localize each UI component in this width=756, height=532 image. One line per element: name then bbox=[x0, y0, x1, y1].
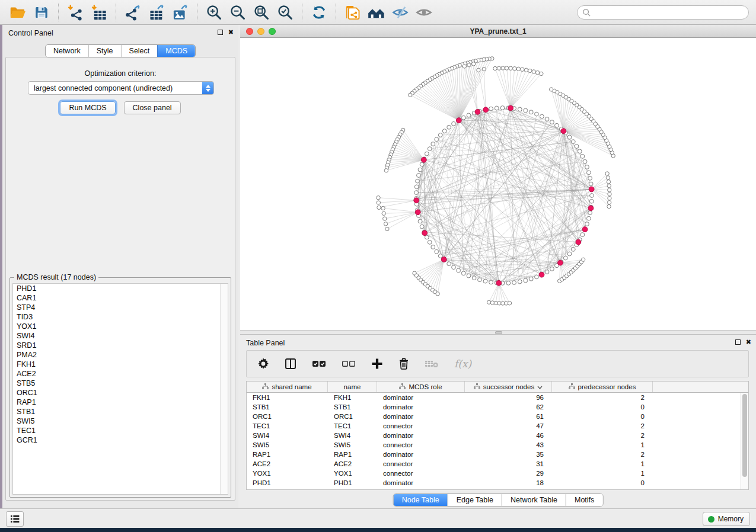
show-all-icon[interactable] bbox=[414, 3, 434, 22]
show-column-icon[interactable] bbox=[285, 358, 296, 370]
run-mcds-button[interactable]: Run MCDS bbox=[60, 101, 115, 114]
import-table-icon[interactable] bbox=[89, 3, 109, 22]
column-header-predecessor-nodes[interactable]: predecessor nodes bbox=[552, 382, 653, 392]
column-header-MCDS-role[interactable]: MCDS role bbox=[377, 382, 465, 392]
memory-button[interactable]: Memory bbox=[703, 512, 750, 526]
mcds-list-item[interactable]: SWI4 bbox=[13, 331, 228, 341]
tab-mcds[interactable]: MCDS bbox=[157, 45, 195, 57]
table-cell: ACE2 bbox=[247, 459, 328, 469]
mcds-list-item[interactable]: PMA2 bbox=[13, 350, 228, 360]
import-network-icon[interactable] bbox=[65, 3, 85, 22]
table-row[interactable]: FKH1FKH1dominator962 bbox=[247, 393, 748, 402]
network-view-window: YPA_prune.txt_1 bbox=[240, 25, 756, 330]
column-type-icon bbox=[474, 383, 480, 390]
tab-edge-table[interactable]: Edge Table bbox=[448, 494, 502, 506]
tab-network[interactable]: Network bbox=[46, 45, 88, 57]
column-header-successor-nodes[interactable]: successor nodes bbox=[465, 382, 552, 392]
float-panel-icon[interactable] bbox=[218, 30, 223, 35]
deselect-all-icon[interactable] bbox=[342, 359, 356, 368]
mcds-list-item[interactable]: GCR1 bbox=[13, 435, 228, 445]
table-cell: STB1 bbox=[247, 402, 328, 412]
mcds-list-item[interactable]: CAR1 bbox=[13, 293, 228, 303]
table-row[interactable]: STB1STB1dominator620 bbox=[247, 402, 748, 412]
close-panel-button[interactable]: Close panel bbox=[124, 101, 181, 114]
network-canvas[interactable] bbox=[240, 38, 756, 330]
column-type-icon bbox=[262, 383, 269, 390]
tab-style[interactable]: Style bbox=[88, 45, 121, 57]
optimization-criterion-dropdown[interactable]: largest connected component (undirected) bbox=[28, 81, 214, 95]
panel-divider[interactable] bbox=[240, 330, 756, 335]
list-scrollbar[interactable] bbox=[220, 284, 228, 494]
mcds-list-item[interactable]: STB5 bbox=[13, 379, 228, 388]
search-input[interactable] bbox=[577, 5, 749, 20]
select-all-icon[interactable] bbox=[312, 359, 326, 368]
export-image-icon[interactable] bbox=[170, 3, 190, 22]
column-header-shared-name[interactable]: shared name bbox=[247, 382, 328, 392]
open-session-icon[interactable] bbox=[8, 3, 28, 22]
tab-motifs[interactable]: Motifs bbox=[566, 494, 602, 506]
network-window-titlebar[interactable]: YPA_prune.txt_1 bbox=[240, 25, 756, 38]
search-field[interactable] bbox=[591, 7, 748, 18]
delete-icon[interactable] bbox=[398, 358, 409, 370]
float-table-panel-icon[interactable] bbox=[735, 339, 741, 345]
mcds-list-item[interactable]: ORC1 bbox=[13, 388, 228, 398]
zoom-out-icon[interactable] bbox=[228, 3, 248, 22]
table-row[interactable]: SWI5SWI5connector431 bbox=[247, 440, 748, 450]
close-table-panel-icon[interactable]: ✖ bbox=[746, 339, 751, 345]
table-cell: dominator bbox=[377, 431, 465, 440]
refresh-icon[interactable] bbox=[309, 3, 329, 22]
table-row[interactable]: PHD1PHD1dominator180 bbox=[247, 478, 748, 488]
mcds-result-groupbox: MCDS result (17 nodes) PHD1CAR1STP4TID3Y… bbox=[9, 277, 231, 498]
add-icon[interactable] bbox=[371, 358, 383, 370]
mcds-list-item[interactable]: PHD1 bbox=[13, 284, 228, 293]
settings-gear-icon[interactable] bbox=[257, 358, 269, 370]
mcds-list-item[interactable]: TID3 bbox=[13, 312, 228, 322]
table-cell: 62 bbox=[465, 402, 552, 412]
table-row[interactable]: TEC1TEC1connector472 bbox=[247, 421, 748, 431]
mcds-list-item[interactable]: RAP1 bbox=[13, 398, 228, 407]
hide-selected-icon[interactable] bbox=[390, 3, 410, 22]
zoom-in-icon[interactable] bbox=[204, 3, 224, 22]
table-cell: 47 bbox=[465, 421, 552, 431]
table-row[interactable]: SWI4SWI4dominator462 bbox=[247, 431, 748, 440]
clone-network-icon[interactable] bbox=[343, 3, 363, 22]
table-scrollbar[interactable] bbox=[741, 393, 748, 489]
mcds-list-item[interactable]: ACE2 bbox=[13, 369, 228, 379]
zoom-selected-icon[interactable] bbox=[275, 3, 295, 22]
mcds-list-item[interactable]: STP4 bbox=[13, 303, 228, 312]
tab-node-table[interactable]: Node Table bbox=[394, 494, 448, 506]
table-row[interactable]: YOX1YOX1connector291 bbox=[247, 469, 748, 478]
mcds-list-item[interactable]: FKH1 bbox=[13, 360, 228, 369]
tab-select[interactable]: Select bbox=[121, 45, 158, 57]
tab-network-table[interactable]: Network Table bbox=[502, 494, 566, 506]
show-panels-button[interactable] bbox=[6, 511, 24, 527]
control-panel-tabbar: NetworkStyleSelectMCDS bbox=[45, 44, 196, 57]
table-cell: connector bbox=[377, 440, 465, 450]
mcds-list-item[interactable]: YOX1 bbox=[13, 322, 228, 331]
minimize-window-icon[interactable] bbox=[257, 28, 264, 35]
mcds-list-item[interactable]: STB1 bbox=[13, 407, 228, 416]
mcds-list-item[interactable]: SWI5 bbox=[13, 416, 228, 426]
export-table-icon[interactable] bbox=[146, 3, 167, 22]
save-session-icon[interactable] bbox=[31, 3, 52, 22]
mcds-list-item[interactable]: SRD1 bbox=[13, 341, 228, 350]
table-row[interactable]: RAP1RAP1dominator352 bbox=[247, 450, 748, 459]
close-panel-icon[interactable]: ✖ bbox=[228, 29, 234, 36]
table-row[interactable]: ACE2ACE2connector311 bbox=[247, 459, 748, 469]
table-panel-title: Table Panel bbox=[246, 339, 285, 347]
table-cell: SWI5 bbox=[328, 440, 377, 450]
table-scrollbar-thumb[interactable] bbox=[742, 394, 747, 477]
column-label: name bbox=[344, 383, 361, 390]
table-row[interactable]: ORC1ORC1dominator610 bbox=[247, 412, 748, 421]
column-header-name[interactable]: name bbox=[328, 382, 377, 392]
export-network-icon[interactable] bbox=[123, 3, 143, 22]
mcds-result-list[interactable]: PHD1CAR1STP4TID3YOX1SWI4SRD1PMA2FKH1ACE2… bbox=[12, 283, 228, 495]
first-neighbors-icon[interactable] bbox=[366, 3, 387, 22]
table-cell: dominator bbox=[377, 478, 465, 488]
mcds-list-item[interactable]: TEC1 bbox=[13, 426, 228, 435]
table-cell: YOX1 bbox=[328, 469, 377, 478]
divider-grip[interactable] bbox=[495, 331, 502, 334]
maximize-window-icon[interactable] bbox=[269, 28, 276, 35]
zoom-fit-icon[interactable] bbox=[251, 3, 272, 22]
close-window-icon[interactable] bbox=[246, 28, 253, 35]
